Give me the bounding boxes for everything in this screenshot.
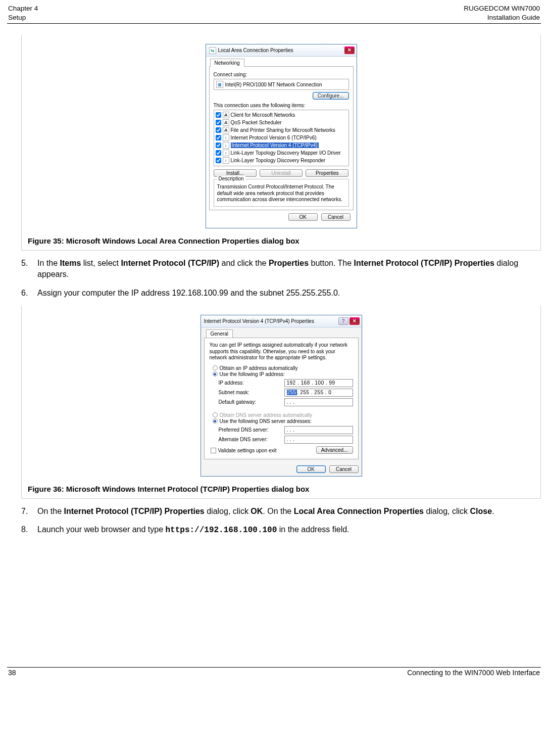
description-group: Description Transmission Control Protoco… bbox=[214, 179, 349, 207]
uninstall-button: Uninstall bbox=[260, 169, 303, 177]
description-label: Description bbox=[217, 176, 245, 181]
step-bold: Close bbox=[470, 507, 492, 515]
ip-value: 192 . 168 . 100 . 99 bbox=[287, 380, 335, 386]
list-item[interactable]: ↕Link-Layer Topology Discovery Mapper I/… bbox=[215, 149, 347, 157]
ip-address-label: IP address: bbox=[219, 380, 284, 386]
ip-address-field[interactable]: 192 . 168 . 100 . 99 bbox=[284, 379, 353, 387]
step-bold: Internet Protocol (TCP/IP) Properties bbox=[64, 507, 204, 515]
radio-label: Obtain an IP address automatically bbox=[220, 365, 298, 371]
adapter-field: ▦ Intel(R) PRO/1000 MT Network Connectio… bbox=[214, 79, 349, 90]
figure-36-container: Internet Protocol Version 4 (TCP/IPv4) P… bbox=[21, 306, 541, 499]
radio-use-dns[interactable]: Use the following DNS server addresses: bbox=[210, 418, 353, 424]
footer-title: Connecting to the WIN7000 Web Interface bbox=[407, 669, 540, 677]
step-text: Assign your computer the IP address 192.… bbox=[37, 289, 340, 297]
list-item[interactable]: 🖧Client for Microsoft Networks bbox=[215, 111, 347, 119]
adapter-icon: ▦ bbox=[216, 81, 223, 88]
step-text: In the bbox=[37, 259, 60, 267]
item-text: Link-Layer Topology Discovery Responder bbox=[231, 158, 326, 163]
item-text: Link-Layer Topology Discovery Mapper I/O… bbox=[231, 150, 341, 156]
list-item[interactable]: 🖧File and Printer Sharing for Microsoft … bbox=[215, 126, 347, 134]
configure-button[interactable]: Configure... bbox=[313, 92, 349, 100]
client-icon: 🖧 bbox=[223, 112, 229, 118]
share-icon: 🖧 bbox=[223, 127, 229, 133]
radio-label: Use the following IP address: bbox=[220, 371, 285, 377]
item-text: QoS Packet Scheduler bbox=[231, 120, 282, 125]
lac-properties-dialog: ⇆ Local Area Connection Properties ✕ Net… bbox=[206, 44, 357, 228]
mask-rest: . 255 . 255 . 0 bbox=[297, 390, 332, 395]
step-number: 8. bbox=[21, 524, 37, 536]
step-text: dialog, click bbox=[424, 507, 470, 515]
step-bold: Internet Protocol (TCP/IP) bbox=[121, 259, 219, 267]
ok-button[interactable]: OK bbox=[288, 213, 318, 221]
items-label: This connection uses the following items… bbox=[214, 103, 349, 108]
step-7: 7. On the Internet Protocol (TCP/IP) Pro… bbox=[21, 506, 541, 517]
step-6: 6. Assign your computer the IP address 1… bbox=[21, 288, 541, 299]
pdns-label: Preferred DNS server: bbox=[219, 427, 284, 433]
network-icon: ⇆ bbox=[209, 47, 216, 54]
item-checkbox[interactable] bbox=[216, 120, 221, 125]
step-number: 7. bbox=[21, 506, 37, 517]
step-text: button. The bbox=[309, 259, 354, 267]
radio-icon bbox=[213, 365, 218, 370]
item-checkbox[interactable] bbox=[216, 150, 221, 156]
cancel-button[interactable]: Cancel bbox=[321, 213, 351, 221]
checkbox-icon[interactable] bbox=[211, 448, 216, 453]
step-bold: Items bbox=[60, 259, 81, 267]
step-text: and click the bbox=[219, 259, 269, 267]
item-checkbox[interactable] bbox=[216, 158, 221, 163]
item-checkbox[interactable] bbox=[216, 143, 221, 148]
adns-field[interactable]: . . . bbox=[284, 436, 353, 444]
header-chapter: Chapter 4 bbox=[8, 4, 38, 13]
step-number: 5. bbox=[21, 258, 37, 280]
step-text: Launch your web browser and type bbox=[37, 525, 165, 534]
connect-using-label: Connect using: bbox=[214, 72, 349, 77]
list-item[interactable]: 🖧QoS Packet Scheduler bbox=[215, 119, 347, 126]
tab-networking[interactable]: Networking bbox=[210, 59, 244, 67]
list-item-selected[interactable]: ↕Internet Protocol Version 4 (TCP/IPv4) bbox=[215, 141, 347, 149]
item-checkbox[interactable] bbox=[216, 112, 221, 118]
pdns-value: . . . bbox=[287, 427, 295, 433]
step-text: in the address field. bbox=[277, 525, 349, 534]
subnet-field[interactable]: 255. 255 . 255 . 0 bbox=[284, 389, 353, 397]
close-button[interactable]: ✕ bbox=[350, 317, 360, 325]
advanced-button[interactable]: Advanced... bbox=[316, 446, 353, 454]
radio-auto-dns: Obtain DNS server address automatically bbox=[210, 412, 353, 418]
properties-button[interactable]: Properties bbox=[306, 169, 348, 177]
help-button[interactable]: ? bbox=[338, 317, 348, 325]
intro-text: You can get IP settings assigned automat… bbox=[210, 342, 353, 361]
figure-36-caption: Figure 36: Microsoft Windows Internet Pr… bbox=[28, 485, 534, 493]
item-checkbox[interactable] bbox=[216, 135, 221, 140]
lltd2-icon: ↕ bbox=[223, 157, 229, 164]
radio-auto-ip[interactable]: Obtain an IP address automatically bbox=[210, 365, 353, 371]
cancel-button[interactable]: Cancel bbox=[329, 465, 359, 473]
step-5: 5. In the Items list, select Internet Pr… bbox=[21, 258, 541, 280]
dialog-titlebar: ⇆ Local Area Connection Properties ✕ bbox=[206, 44, 357, 57]
step-bold: Internet Protocol (TCP/IP) Properties bbox=[354, 259, 494, 267]
step-text: . bbox=[492, 507, 494, 515]
page-header: Chapter 4 Setup RUGGEDCOM WIN7000 Instal… bbox=[7, 4, 541, 23]
validate-label: Validate settings upon exit bbox=[218, 448, 277, 453]
radio-icon bbox=[213, 412, 218, 417]
radio-use-ip[interactable]: Use the following IP address: bbox=[210, 371, 353, 377]
items-listbox[interactable]: 🖧Client for Microsoft Networks 🖧QoS Pack… bbox=[214, 110, 349, 166]
list-item[interactable]: ↕Internet Protocol Version 6 (TCP/IPv6) bbox=[215, 134, 347, 141]
description-text: Transmission Control Protocol/Internet P… bbox=[217, 184, 345, 203]
ok-button[interactable]: OK bbox=[296, 465, 326, 473]
header-product: RUGGEDCOM WIN7000 bbox=[464, 4, 540, 13]
step-number: 6. bbox=[21, 288, 37, 299]
item-checkbox[interactable] bbox=[216, 127, 221, 133]
gateway-field[interactable]: . . . bbox=[284, 398, 353, 406]
pdns-field[interactable]: . . . bbox=[284, 426, 353, 434]
footer-rule bbox=[7, 667, 541, 668]
close-button[interactable]: ✕ bbox=[344, 46, 355, 54]
gateway-value: . . . bbox=[287, 399, 295, 405]
radio-label: Obtain DNS server address automatically bbox=[220, 412, 312, 418]
adns-label: Alternate DNS server: bbox=[219, 437, 284, 442]
list-item[interactable]: ↕Link-Layer Topology Discovery Responder bbox=[215, 157, 347, 164]
figure-35-caption: Figure 35: Microsoft Windows Local Area … bbox=[28, 237, 534, 245]
tcpip-properties-dialog: Internet Protocol Version 4 (TCP/IPv4) P… bbox=[201, 315, 362, 477]
item-text: Internet Protocol Version 4 (TCP/IPv4) bbox=[231, 143, 319, 148]
mask-selected-octet: 255 bbox=[287, 390, 297, 395]
tab-general[interactable]: General bbox=[206, 329, 233, 338]
item-text: Internet Protocol Version 6 (TCP/IPv6) bbox=[231, 135, 317, 140]
